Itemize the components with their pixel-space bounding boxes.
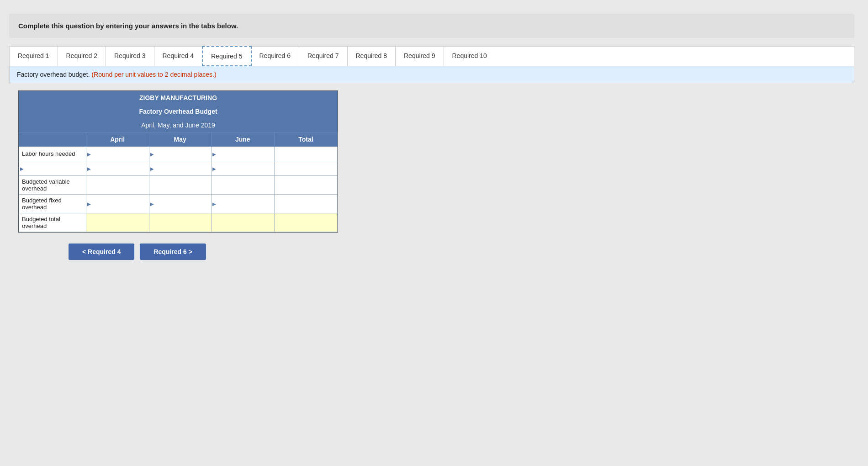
cell-total-april[interactable] — [86, 213, 149, 232]
input-labor-total[interactable] — [277, 150, 334, 157]
tab-required7[interactable]: Required 7 — [299, 47, 348, 66]
input-total-total[interactable] — [277, 219, 334, 226]
cell-fixed-april[interactable] — [86, 195, 149, 213]
tab-required5[interactable]: Required 5 — [202, 46, 252, 66]
cell-fixed-june[interactable] — [211, 195, 274, 213]
tab-required9[interactable]: Required 9 — [396, 47, 444, 66]
table-row: Budgeted total overhead — [19, 213, 338, 232]
input-labor-april[interactable] — [89, 150, 146, 157]
cell-labor-april[interactable] — [86, 147, 149, 161]
info-red-text: (Round per unit values to 2 decimal plac… — [91, 71, 216, 78]
table-row: Budgeted fixed overhead — [19, 195, 338, 213]
input-row2-label[interactable] — [22, 165, 83, 172]
table-title: Factory Overhead Budget — [19, 105, 338, 118]
input-labor-may[interactable] — [152, 150, 208, 157]
cell-row2-label[interactable] — [19, 161, 86, 176]
nav-buttons: < Required 4 Required 6 > — [69, 244, 206, 260]
input-fixed-april[interactable] — [89, 201, 146, 207]
col-header-april: April — [86, 132, 149, 147]
input-row2-june[interactable] — [214, 165, 271, 172]
input-total-april[interactable] — [89, 219, 146, 226]
cell-labor-may[interactable] — [149, 147, 211, 161]
cell-total-may[interactable] — [149, 213, 211, 232]
input-row2-april[interactable] — [89, 165, 146, 172]
cell-row2-june[interactable] — [211, 161, 274, 176]
table-row: Labor hours needed — [19, 147, 338, 161]
tab-required2[interactable]: Required 2 — [58, 47, 106, 66]
table-row — [19, 161, 338, 176]
col-header-may: May — [149, 132, 211, 147]
input-variable-june[interactable] — [214, 182, 271, 189]
input-fixed-june[interactable] — [214, 201, 271, 207]
input-variable-total[interactable] — [277, 182, 334, 189]
cell-labor-total[interactable] — [274, 147, 337, 161]
input-fixed-may[interactable] — [152, 201, 208, 207]
tab-required8[interactable]: Required 8 — [348, 47, 396, 66]
cell-row2-april[interactable] — [86, 161, 149, 176]
cell-labor-june[interactable] — [211, 147, 274, 161]
main-content: ZIGBY MANUFACTURING Factory Overhead Bud… — [9, 90, 854, 260]
cell-fixed-total[interactable] — [274, 195, 337, 213]
budget-table: April May June Total Labor hours needed — [19, 132, 338, 232]
tab-required6[interactable]: Required 6 — [251, 47, 300, 66]
tab-required1[interactable]: Required 1 — [10, 47, 58, 66]
cell-row2-total[interactable] — [274, 161, 337, 176]
cell-variable-june[interactable] — [211, 176, 274, 195]
col-header-june: June — [211, 132, 274, 147]
input-row2-total[interactable] — [277, 165, 334, 172]
cell-variable-may[interactable] — [149, 176, 211, 195]
tab-required4[interactable]: Required 4 — [154, 47, 203, 66]
cell-fixed-may[interactable] — [149, 195, 211, 213]
budget-table-wrapper: ZIGBY MANUFACTURING Factory Overhead Bud… — [18, 90, 338, 233]
cell-row2-may[interactable] — [149, 161, 211, 176]
company-name: ZIGBY MANUFACTURING — [19, 91, 338, 105]
row-label-labor: Labor hours needed — [19, 147, 86, 161]
input-fixed-total[interactable] — [277, 201, 334, 207]
cell-variable-total[interactable] — [274, 176, 337, 195]
cell-variable-april[interactable] — [86, 176, 149, 195]
table-header-row: April May June Total — [19, 132, 338, 147]
instruction-text: Complete this question by entering your … — [18, 22, 238, 30]
cell-total-june[interactable] — [211, 213, 274, 232]
table-row: Budgeted variable overhead — [19, 176, 338, 195]
info-static-text: Factory overhead budget. — [17, 71, 90, 78]
input-total-june[interactable] — [214, 219, 271, 226]
tabs-container: Required 1 Required 2 Required 3 Require… — [9, 46, 854, 66]
input-variable-may[interactable] — [152, 182, 208, 189]
info-bar: Factory overhead budget. (Round per unit… — [9, 66, 854, 83]
tab-required10[interactable]: Required 10 — [444, 47, 495, 66]
tab-required3[interactable]: Required 3 — [106, 47, 154, 66]
prev-button[interactable]: < Required 4 — [69, 244, 134, 260]
row-label-fixed: Budgeted fixed overhead — [19, 195, 86, 213]
cell-total-total[interactable] — [274, 213, 337, 232]
input-total-may[interactable] — [152, 219, 208, 226]
instruction-bar: Complete this question by entering your … — [9, 14, 854, 38]
next-button[interactable]: Required 6 > — [140, 244, 206, 260]
table-subtitle: April, May, and June 2019 — [19, 118, 338, 132]
col-header-total: Total — [274, 132, 337, 147]
input-labor-june[interactable] — [214, 150, 271, 157]
row-label-variable: Budgeted variable overhead — [19, 176, 86, 195]
col-header-label — [19, 132, 86, 147]
input-variable-april[interactable] — [89, 182, 146, 189]
row-label-total: Budgeted total overhead — [19, 213, 86, 232]
input-row2-may[interactable] — [152, 165, 208, 172]
